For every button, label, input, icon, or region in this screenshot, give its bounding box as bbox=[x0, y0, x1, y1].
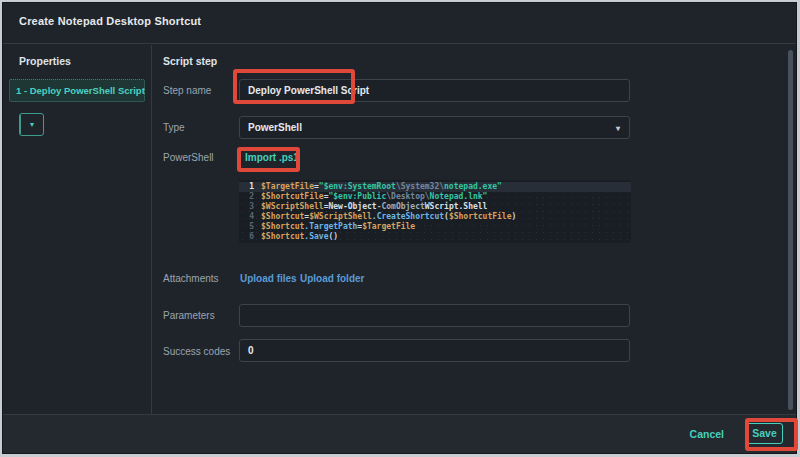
add-script-step-button[interactable]: Add script step ▾ bbox=[19, 113, 44, 136]
code-line-2[interactable]: 2$ShortcutFile = "$env:Public\Desktop\No… bbox=[239, 192, 631, 202]
code-token: "$env:SystemRoot bbox=[319, 182, 396, 192]
line-number: 3 bbox=[239, 202, 254, 212]
code-line-6[interactable]: 6$Shortcut.Save() bbox=[239, 232, 631, 242]
sidebar-header: Properties bbox=[19, 55, 71, 67]
code-token: Notepad.lnk" bbox=[430, 192, 488, 202]
code-token: $Shortcut bbox=[261, 232, 304, 242]
code-token: \Desktop\ bbox=[386, 192, 429, 202]
powershell-code-editor[interactable]: 1$TargetFile = "$env:SystemRoot\System32… bbox=[239, 180, 631, 243]
add-script-step-dropdown[interactable]: ▾ bbox=[21, 114, 43, 135]
upload-folder-link[interactable]: Upload folder bbox=[300, 273, 364, 284]
panel-title: Script step bbox=[163, 55, 217, 67]
line-number: 2 bbox=[239, 192, 254, 202]
code-token: () bbox=[328, 232, 338, 242]
vertical-scrollbar[interactable] bbox=[788, 50, 793, 410]
code-line-3[interactable]: 3$WScriptShell = New-Object -ComObject W… bbox=[239, 202, 631, 212]
line-number: 5 bbox=[239, 222, 254, 232]
step-name-input[interactable]: Deploy PowerShell Script bbox=[239, 79, 630, 102]
parameters-input[interactable] bbox=[239, 304, 630, 327]
code-line-4[interactable]: 4$Shortcut = $WScriptShell.CreateShortcu… bbox=[239, 212, 631, 222]
sidebar-item-step-1[interactable]: 1 - Deploy PowerShell Script bbox=[9, 79, 145, 102]
code-token: "$env:Public bbox=[328, 192, 386, 202]
type-select[interactable]: PowerShell ▾ bbox=[239, 116, 630, 139]
success-codes-input[interactable]: 0 bbox=[239, 339, 630, 362]
code-line-1[interactable]: 1$TargetFile = "$env:SystemRoot\System32… bbox=[239, 182, 631, 192]
code-token: $TargetFile bbox=[362, 222, 415, 232]
code-token: notepad.exe" bbox=[444, 182, 502, 192]
code-token: -ComObject bbox=[377, 202, 425, 212]
code-token: $Shortcut bbox=[261, 222, 304, 232]
script-step-panel: Script step Step name Deploy PowerShell … bbox=[153, 45, 796, 414]
code-token: .CreateShortcut bbox=[372, 212, 444, 222]
dialog-title: Create Notepad Desktop Shortcut bbox=[19, 15, 201, 27]
powershell-label: PowerShell bbox=[163, 152, 214, 163]
dialog-footer: Cancel Save bbox=[3, 414, 796, 453]
save-button[interactable]: Save bbox=[746, 423, 783, 444]
type-label: Type bbox=[163, 122, 185, 133]
cancel-button[interactable]: Cancel bbox=[690, 428, 724, 440]
dialog-create-shortcut: Create Notepad Desktop Shortcut Properti… bbox=[2, 2, 797, 454]
code-token: $WScriptShell bbox=[309, 212, 372, 222]
dialog-titlebar: Create Notepad Desktop Shortcut bbox=[3, 3, 796, 44]
code-token: $ShortcutFile bbox=[261, 192, 324, 202]
chevron-down-icon: ▾ bbox=[30, 120, 34, 129]
attachments-label: Attachments bbox=[163, 273, 219, 284]
line-number: 4 bbox=[239, 212, 254, 222]
success-codes-label: Success codes bbox=[163, 346, 230, 357]
chevron-down-icon: ▾ bbox=[616, 125, 620, 133]
code-token: .TargetPath bbox=[304, 222, 357, 232]
type-select-value: PowerShell bbox=[248, 122, 302, 133]
properties-sidebar: Properties 1 - Deploy PowerShell Script … bbox=[3, 45, 152, 414]
code-token: New-Object bbox=[328, 202, 376, 212]
upload-files-link[interactable]: Upload files bbox=[240, 273, 297, 284]
code-line-5[interactable]: 5$Shortcut.TargetPath = $TargetFile bbox=[239, 222, 631, 232]
line-number: 1 bbox=[239, 182, 254, 192]
line-number: 6 bbox=[239, 232, 254, 242]
code-token: $ShortcutFile bbox=[449, 212, 512, 222]
code-token: $WScriptShell bbox=[261, 202, 324, 212]
code-token: WScript.Shell bbox=[425, 202, 488, 212]
code-token: .Save bbox=[304, 232, 328, 242]
code-token: \System32\ bbox=[396, 182, 444, 192]
step-name-label: Step name bbox=[163, 85, 211, 96]
code-token: $Shortcut bbox=[261, 212, 304, 222]
code-token: $TargetFile bbox=[261, 182, 314, 192]
import-ps1-link[interactable]: Import .ps1 bbox=[245, 152, 299, 163]
code-token: ) bbox=[512, 212, 517, 222]
parameters-label: Parameters bbox=[163, 310, 215, 321]
